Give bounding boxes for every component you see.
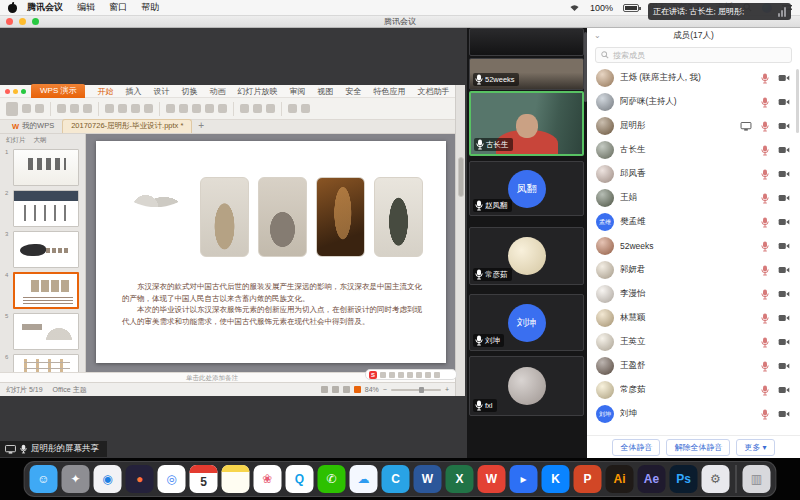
zoom-in-button[interactable]: + [445, 386, 449, 393]
member-row[interactable]: 邱凤香 [587, 162, 800, 186]
camera-icon[interactable] [778, 314, 790, 322]
camera-icon[interactable] [778, 386, 790, 394]
dock-firefox-icon[interactable]: ● [126, 465, 154, 493]
camera-icon[interactable] [778, 194, 790, 202]
ribbon-tab-7[interactable]: 视图 [311, 86, 339, 97]
toolbar-icon[interactable] [83, 104, 92, 113]
doc-tab-active[interactable]: 20170726-屈明彤-毕业设计.pptx * [62, 119, 192, 133]
member-row[interactable]: 阿萨咪(主持人) [587, 90, 800, 114]
camera-icon[interactable] [778, 410, 790, 418]
slide-thumbnail-3[interactable] [13, 231, 79, 268]
ribbon-tab-2[interactable]: 设计 [147, 86, 175, 97]
dock-after-effects-icon[interactable]: Ae [638, 465, 666, 493]
mic-icon[interactable] [761, 289, 769, 300]
toolbar-icon[interactable] [179, 104, 188, 113]
member-row[interactable]: 林慧颖 [587, 306, 800, 330]
dock-qq-icon[interactable]: Q [286, 465, 314, 493]
ribbon-tab-1[interactable]: 插入 [119, 86, 147, 97]
dock-powerpoint-icon[interactable]: P [574, 465, 602, 493]
search-member-input[interactable]: 搜索成员 [595, 47, 792, 63]
mic-icon[interactable] [761, 265, 769, 276]
ribbon-tab-9[interactable]: 特色应用 [367, 86, 411, 97]
dock-photoshop-icon[interactable]: Ps [670, 465, 698, 493]
ribbon-tab-10[interactable]: 文档助手 [411, 86, 455, 97]
dock-trash-icon[interactable]: ▥ [743, 465, 771, 493]
video-tile-unnamed[interactable] [469, 28, 584, 56]
camera-icon[interactable] [778, 170, 790, 178]
mic-icon[interactable] [475, 400, 483, 411]
member-row[interactable]: 王烁 (联席主持人, 我) [587, 66, 800, 90]
zoom-slider[interactable] [391, 389, 441, 391]
slide-thumbnail-2[interactable] [13, 190, 79, 227]
slide-thumbnail-1[interactable] [13, 149, 79, 186]
pane-tab-1[interactable]: 大纲 [34, 136, 47, 145]
apple-menu-icon[interactable] [8, 2, 17, 13]
camera-icon[interactable] [778, 266, 790, 274]
camera-icon[interactable] [778, 338, 790, 346]
toolbar-icon[interactable] [240, 104, 249, 113]
slide-thumbnail-5[interactable] [13, 313, 79, 350]
doc-tab-home[interactable]: W我的WPS [4, 120, 62, 133]
camera-icon[interactable] [778, 362, 790, 370]
mic-icon[interactable] [761, 97, 769, 108]
toolbar-icon[interactable] [218, 104, 227, 113]
sogou-ime-icon[interactable]: S [369, 371, 377, 379]
mic-icon[interactable] [761, 193, 769, 204]
mic-icon[interactable] [475, 74, 483, 85]
dock-system-preferences-icon[interactable]: ⚙ [702, 465, 730, 493]
ribbon-tab-6[interactable]: 审阅 [283, 86, 311, 97]
member-row[interactable]: 王娟 [587, 186, 800, 210]
dock-chrome-icon[interactable]: ◎ [158, 465, 186, 493]
sorter-view-icon[interactable] [332, 386, 339, 393]
dock-tencent-meeting-icon[interactable]: ▸ [510, 465, 538, 493]
video-tile-赵凤翻[interactable]: 凤翻赵凤翻 [469, 161, 584, 216]
member-row[interactable]: 刘坤刘坤 [587, 402, 800, 426]
menubar-item-2[interactable]: 帮助 [141, 2, 159, 12]
member-row[interactable]: 李漫怡 [587, 282, 800, 306]
toolbar-icon[interactable] [301, 104, 310, 113]
camera-icon[interactable] [778, 290, 790, 298]
mic-icon[interactable] [761, 409, 769, 420]
member-row[interactable]: 王盈舒 [587, 354, 800, 378]
camera-icon[interactable] [778, 98, 790, 106]
toolbar-icon[interactable] [205, 104, 214, 113]
mic-icon[interactable] [761, 217, 769, 228]
menubar-item-0[interactable]: 编辑 [77, 2, 95, 12]
mic-icon[interactable] [761, 241, 769, 252]
unmute-all-button[interactable]: 解除全体静音 [666, 439, 730, 456]
mic-icon[interactable] [761, 121, 769, 132]
wps-window-controls[interactable] [0, 89, 31, 94]
dock-word-icon[interactable]: W [414, 465, 442, 493]
input-method-toolbar[interactable]: S [365, 369, 457, 380]
dock-excel-icon[interactable]: X [446, 465, 474, 493]
toolbar-icon[interactable] [35, 104, 44, 113]
toolbar-icon[interactable] [6, 102, 18, 116]
new-doc-tab-button[interactable]: + [192, 120, 210, 133]
pane-tab-0[interactable]: 幻灯片 [6, 136, 26, 145]
dock-finder-icon[interactable]: ☺ [30, 465, 58, 493]
ribbon-tab-8[interactable]: 安全 [339, 86, 367, 97]
ribbon-tab-5[interactable]: 幻灯片放映 [231, 86, 283, 97]
dock-notes-icon[interactable] [222, 465, 250, 493]
member-row[interactable]: 52weeks [587, 234, 800, 258]
dock-cctalk-icon[interactable]: C [382, 465, 410, 493]
zoom-out-button[interactable]: − [383, 386, 387, 393]
video-tile-常彦茹[interactable]: 常彦茹 [469, 227, 584, 285]
dock-launchpad-icon[interactable]: ✦ [62, 465, 90, 493]
mic-icon[interactable] [761, 337, 769, 348]
video-tile-古长生[interactable]: 古长生 [469, 91, 584, 156]
menubar-item-1[interactable]: 窗口 [109, 2, 127, 12]
more-button[interactable]: 更多 ▾ [736, 439, 774, 456]
toolbar-icon[interactable] [144, 104, 153, 113]
camera-icon[interactable] [778, 242, 790, 250]
member-row[interactable]: 郭妍君 [587, 258, 800, 282]
mic-icon[interactable] [761, 73, 769, 84]
toolbar-icon[interactable] [70, 104, 79, 113]
wps-scrollbar[interactable] [455, 85, 465, 396]
toolbar-icon[interactable] [22, 104, 31, 113]
mic-icon[interactable] [761, 145, 769, 156]
dock-wps-icon[interactable]: W [478, 465, 506, 493]
mic-icon[interactable] [761, 385, 769, 396]
camera-icon[interactable] [778, 74, 790, 82]
dock-keynote-icon[interactable]: K [542, 465, 570, 493]
